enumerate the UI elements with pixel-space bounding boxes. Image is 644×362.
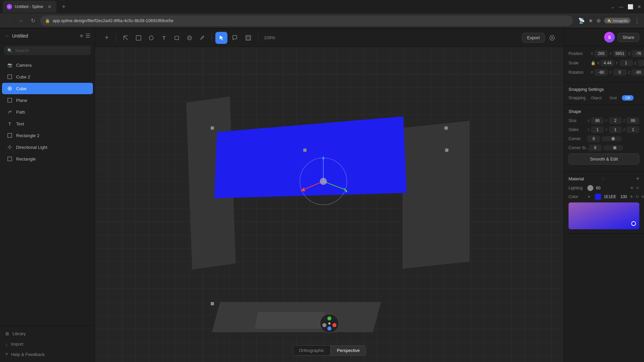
- off-toggle[interactable]: Off: [622, 95, 633, 101]
- sides-z[interactable]: 1: [627, 126, 639, 133]
- reload-button[interactable]: ↻: [28, 16, 38, 25]
- corner-value[interactable]: 8: [587, 135, 600, 142]
- rotation-y[interactable]: 0: [613, 69, 627, 76]
- browser-tab[interactable]: S Untitled - Spline ✕: [3, 1, 56, 13]
- back-arrow-icon[interactable]: ←: [5, 33, 9, 39]
- svg-point-26: [327, 326, 331, 330]
- link-icon: ↻: [636, 186, 639, 190]
- corner-slider-thumb: [611, 137, 615, 140]
- comment-tool[interactable]: [229, 32, 241, 44]
- cylinder-tool[interactable]: [171, 32, 183, 44]
- scale-y[interactable]: 1: [620, 60, 633, 66]
- sides-row: Sides X 1 Y 1 Z 1: [569, 126, 639, 133]
- corner-si-row: Corner Si... 8: [569, 144, 639, 151]
- search-inner[interactable]: 🔍: [4, 46, 91, 55]
- torus-tool[interactable]: [183, 32, 196, 44]
- sidebar-item-plane[interactable]: Plane: [2, 95, 93, 106]
- transform-tool[interactable]: [120, 32, 132, 44]
- text-tool[interactable]: T: [158, 32, 170, 44]
- windows-list-icon[interactable]: ⌄: [611, 4, 615, 9]
- color-picker[interactable]: [569, 202, 639, 229]
- color-dropdown-icon: ▼: [587, 195, 591, 199]
- cast-icon[interactable]: 📡: [578, 17, 585, 24]
- color-hex[interactable]: 1E1EE: [604, 194, 616, 199]
- link2-icon: ↻: [636, 194, 639, 199]
- grid-option[interactable]: Grid: [607, 95, 620, 101]
- color-opacity[interactable]: 100: [620, 194, 627, 199]
- svg-point-9: [189, 37, 191, 39]
- sidebar-item-path[interactable]: Path: [2, 106, 93, 118]
- incognito-badge: 🕵 Incognito: [604, 18, 631, 23]
- y-label: Y: [605, 119, 607, 123]
- browser-tab-bar: S Untitled - Spline ✕ + ⌄ — ⬜ ✕: [0, 0, 644, 13]
- select-tool[interactable]: [215, 32, 227, 44]
- add-button[interactable]: +: [101, 32, 113, 44]
- sidebar-item-text[interactable]: T Text: [2, 118, 93, 129]
- orthographic-button[interactable]: Orthographic: [292, 345, 330, 356]
- sidebar-item-rectangle[interactable]: Rectangle: [2, 153, 93, 165]
- position-z[interactable]: -76: [632, 50, 644, 57]
- corner-slider[interactable]: [601, 136, 622, 141]
- sides-y[interactable]: 1: [609, 126, 622, 133]
- import-label: Import: [11, 342, 23, 347]
- export-button[interactable]: Export: [522, 33, 545, 43]
- snapping-header: Snapping Settings: [569, 87, 639, 92]
- bookmark-icon[interactable]: ★: [588, 17, 593, 24]
- size-x[interactable]: 86: [591, 117, 604, 124]
- position-x[interactable]: 265: [594, 50, 608, 57]
- play-button[interactable]: [546, 32, 558, 44]
- sides-x[interactable]: 1: [591, 126, 604, 133]
- material-add-button[interactable]: +: [636, 176, 639, 182]
- minimize-button[interactable]: —: [619, 4, 624, 9]
- help-button[interactable]: ? Help & Feedback: [2, 349, 93, 360]
- sidebar-item-rectangle2[interactable]: Rectangle 2: [2, 130, 93, 141]
- new-tab-button[interactable]: +: [59, 2, 68, 11]
- frame-tool[interactable]: [242, 32, 254, 44]
- smooth-edit-button[interactable]: Smooth & Edit: [569, 154, 639, 165]
- rotation-x[interactable]: -90: [594, 69, 608, 76]
- perspective-button[interactable]: Perspective: [331, 345, 366, 356]
- sphere-tool[interactable]: [145, 32, 157, 44]
- tab-close-button[interactable]: ✕: [47, 4, 52, 9]
- pen-tool[interactable]: [196, 32, 208, 44]
- address-bar[interactable]: 🔒 app.spline.design/file/f2ec2a42-8f6a-4…: [40, 15, 573, 26]
- lighting-value[interactable]: 60: [596, 186, 600, 190]
- help-label: Help & Feedback: [11, 352, 45, 357]
- zoom-control[interactable]: 100%: [261, 35, 278, 40]
- share-button[interactable]: Share: [618, 33, 639, 42]
- box-tool[interactable]: [132, 32, 145, 44]
- search-input[interactable]: [15, 48, 88, 53]
- profile-icon[interactable]: ⊕: [596, 17, 601, 24]
- color-row: Color ▼ 1E1EE 100 👁 ↻ ✕: [569, 194, 639, 200]
- more-options-button[interactable]: ⋮: [634, 17, 640, 24]
- position-label: Position: [569, 51, 589, 56]
- panel-header: S Share: [564, 28, 644, 46]
- lighting-label: Lighting: [569, 186, 585, 190]
- close-button[interactable]: ✕: [637, 4, 641, 9]
- scale-z[interactable]: 1: [638, 60, 644, 66]
- main-canvas[interactable]: Orthographic Perspective: [95, 47, 564, 362]
- sidebar-item-cube2[interactable]: Cube 2: [2, 71, 93, 82]
- sidebar-item-directional-light[interactable]: Directional Light: [2, 141, 93, 153]
- size-z[interactable]: 86: [627, 117, 639, 124]
- corner-si-value[interactable]: 8: [589, 144, 602, 151]
- handle-br: [445, 148, 448, 152]
- forward-button[interactable]: →: [16, 16, 25, 25]
- scale-row: Scale 🔒 X 4.44 Y 1 Z 1: [569, 60, 639, 66]
- sidebar-menu-icon[interactable]: ☰: [86, 33, 90, 39]
- x-label: X: [587, 119, 590, 123]
- sidebar-item-camera[interactable]: 📷 Camera: [2, 59, 93, 71]
- sidebar-item-cube[interactable]: Cube: [2, 83, 93, 94]
- size-y[interactable]: 2: [609, 117, 622, 124]
- plane-icon: [7, 97, 13, 103]
- corner-si-slider[interactable]: [603, 145, 623, 150]
- object-option[interactable]: Object: [588, 95, 604, 101]
- maximize-button[interactable]: ⬜: [628, 4, 633, 9]
- color-swatch[interactable]: [595, 194, 601, 200]
- scale-x[interactable]: 4.44: [601, 60, 614, 66]
- rotation-z[interactable]: -90: [631, 69, 644, 76]
- position-y[interactable]: 5651: [613, 50, 627, 57]
- import-button[interactable]: ↓ Import: [2, 339, 93, 349]
- back-button[interactable]: ←: [4, 16, 13, 25]
- library-button[interactable]: ⊞ Library: [2, 328, 93, 339]
